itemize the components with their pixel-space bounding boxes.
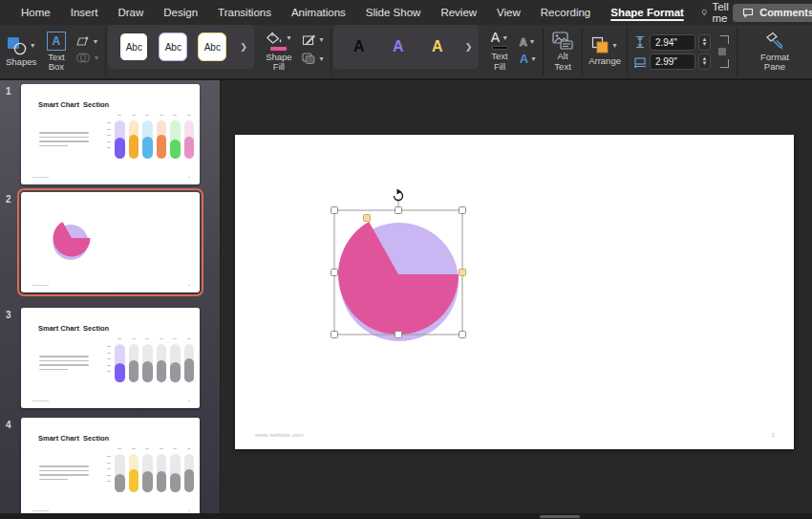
menu-item-insert[interactable]: Insert (71, 3, 98, 22)
text-fill-button[interactable]: A ▼ Text Fill (486, 32, 512, 72)
thumb-page-number (188, 285, 191, 286)
alt-text-group: Alt Text (544, 25, 582, 78)
shape-width-input[interactable] (650, 54, 695, 70)
thumb-chart-bar (142, 454, 153, 492)
thumb-body-text (39, 465, 89, 480)
menu-item-animations[interactable]: Animations (291, 3, 346, 22)
shape-outline-icon (302, 33, 316, 46)
edit-shape-button[interactable]: ▼ (75, 36, 99, 47)
wordart-gallery-expander[interactable]: ❯ (462, 42, 476, 52)
wordart-style-preset-1[interactable]: A (345, 32, 374, 61)
menu-item-view[interactable]: View (497, 3, 521, 22)
shape-style-preset-2[interactable]: Abc (159, 32, 187, 61)
thumb-footer-line (32, 510, 49, 511)
thumb-chart-bar (129, 344, 139, 382)
slide-thumbnail-preview[interactable]: Smart Chart Section (21, 418, 200, 518)
ribbon-separator (105, 28, 106, 76)
size-group: ▲▼ ▲▼ (628, 25, 737, 78)
editor-canvas: www.website.com 2 (220, 80, 812, 513)
width-stepper[interactable]: ▲▼ (698, 54, 711, 70)
chevron-down-icon: ▼ (318, 36, 325, 43)
text-fill-glyph: A (491, 32, 500, 44)
slide-thumbnail-1[interactable]: 1Smart Chart Section (21, 84, 200, 184)
menu-item-shape-format[interactable]: Shape Format (610, 3, 684, 22)
text-effects-button[interactable]: A ▼ (520, 52, 537, 66)
thumb-chart-bar (170, 120, 181, 159)
adjust-handle[interactable] (459, 270, 466, 276)
text-fill-swatch (492, 46, 508, 50)
shapes-button[interactable]: ▼ Shapes (6, 36, 36, 67)
merge-shapes-button[interactable]: ▼ (75, 53, 99, 63)
shape-style-gallery: AbcAbcAbc❯ (108, 25, 254, 69)
thumb-body-text (39, 356, 89, 370)
thumb-chart-bar (115, 344, 125, 382)
menu-item-transitions[interactable]: Transitions (218, 3, 271, 22)
ribbon: ▼ Shapes A Text Box ▼ (0, 25, 812, 80)
slide-thumbnail-preview[interactable]: Smart Chart Section (21, 84, 200, 184)
menu-item-review[interactable]: Review (440, 3, 477, 22)
resize-handle[interactable] (331, 207, 338, 214)
alt-text-button[interactable]: Alt Text (549, 32, 576, 72)
shape-height-input[interactable] (650, 34, 695, 51)
text-fill-group: A ▼ Text Fill A ▼ A ▼ (481, 25, 543, 78)
chevron-down-icon: ▼ (529, 38, 536, 45)
text-fill-label: Text Fill (486, 52, 512, 72)
slide-number: 1 (6, 86, 11, 97)
resize-handle[interactable] (459, 332, 466, 338)
slide-thumbnail-preview[interactable]: Smart Chart Section (21, 308, 200, 408)
shape-style-preset-3[interactable]: Abc (198, 32, 226, 61)
menu-item-recording[interactable]: Recording (541, 3, 590, 22)
shape-style-preset-1[interactable]: Abc (119, 32, 148, 61)
wordart-style-preset-2[interactable]: A (384, 32, 413, 61)
format-pane-button[interactable]: Format Pane (751, 32, 799, 73)
lock-aspect-ratio-icon[interactable] (716, 35, 731, 68)
arrange-label: Arrange (588, 56, 621, 66)
text-box-button[interactable]: A Text Box (43, 32, 69, 73)
menu-item-home[interactable]: Home (21, 3, 51, 22)
thumb-slide-title: Smart Chart Section (38, 100, 109, 109)
shape-outline-button[interactable]: ▼ (302, 33, 325, 46)
chevron-down-icon: ▼ (286, 34, 292, 41)
menubar-right: Comments Share (733, 4, 812, 22)
ribbon-separator (331, 28, 331, 76)
resize-handle[interactable] (331, 270, 338, 276)
comments-label: Comments (759, 7, 812, 18)
resize-handle[interactable] (331, 332, 338, 338)
resize-handle[interactable] (459, 207, 466, 214)
adjust-handle[interactable] (364, 215, 371, 222)
text-outline-button[interactable]: A ▼ (520, 36, 537, 48)
slide-number: 4 (6, 420, 11, 430)
resize-handle[interactable] (395, 332, 402, 338)
horizontal-scrollbar[interactable] (540, 515, 580, 518)
thumb-chart-bar (170, 344, 181, 382)
thumb-chart-bar (157, 120, 167, 159)
paint-bucket-icon (266, 32, 284, 45)
comments-button[interactable]: Comments (733, 4, 812, 22)
thumb-footer-line (32, 177, 49, 178)
chevron-down-icon: ▼ (502, 34, 508, 41)
menu-item-draw[interactable]: Draw (118, 3, 143, 22)
slide-thumbnail-preview[interactable] (21, 192, 200, 292)
rotate-handle-arrow[interactable] (397, 189, 402, 195)
shape-effects-button[interactable]: ▼ (302, 53, 325, 64)
arrange-button[interactable]: ▼ Arrange (588, 36, 621, 66)
thumb-page-number (188, 510, 191, 511)
slide-thumbnail-4[interactable]: 4Smart Chart Section (21, 418, 200, 518)
wordart-style-preset-3[interactable]: A (423, 32, 452, 61)
menu-item-design[interactable]: Design (163, 3, 198, 22)
slide-thumbnail-2[interactable]: 2 (21, 192, 200, 292)
thumb-chart-bar (142, 344, 153, 382)
shape-style-gallery-expander[interactable]: ❯ (237, 42, 250, 52)
thumb-chart-bar (157, 454, 167, 492)
thumb-page-number (188, 177, 191, 178)
thumb-footer-line (32, 400, 49, 401)
menu-bar: HomeInsertDrawDesignTransitionsAnimation… (0, 0, 812, 25)
resize-handle[interactable] (395, 207, 402, 214)
slide-thumbnail-panel: 1Smart Chart Section23Smart Chart Sectio… (0, 80, 220, 513)
menu-item-slide-show[interactable]: Slide Show (366, 3, 421, 22)
thumb-chart-bar (115, 120, 125, 159)
height-stepper[interactable]: ▲▼ (698, 34, 711, 51)
slide-thumbnail-3[interactable]: 3Smart Chart Section (21, 308, 200, 408)
tell-me[interactable]: Tell me (701, 1, 733, 24)
shape-fill-button[interactable]: ▼ Shape Fill (262, 32, 296, 73)
